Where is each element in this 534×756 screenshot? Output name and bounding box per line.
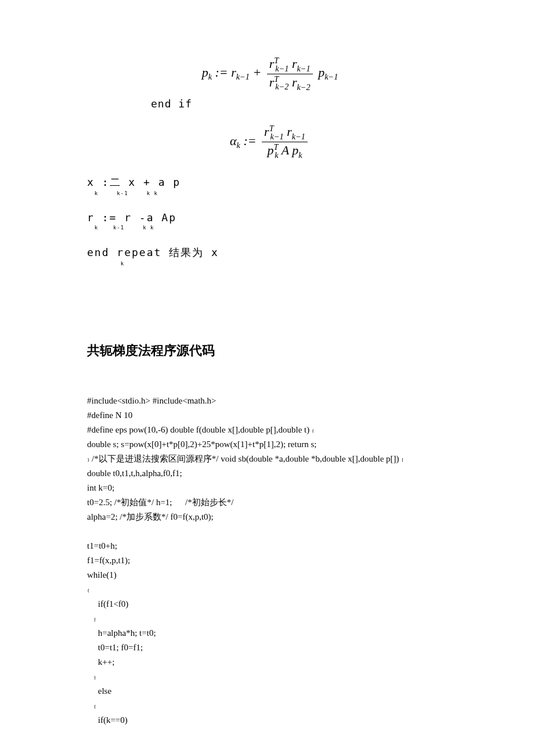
code-line: }: [87, 675, 96, 681]
code-line: while(1): [87, 570, 117, 579]
code-line: {: [87, 588, 89, 593]
algo-line-r-sub: k k-1 k k: [87, 225, 453, 231]
code-line: t1=t0+h;: [87, 541, 117, 550]
code-line: } /*以下是进退法搜索区间源程序*/ void sb(double *a,do…: [87, 454, 404, 463]
formula-alpha-content: αk := rTk−1 rk−1 pTk A pk: [230, 134, 310, 148]
code-line: if(k==0): [87, 715, 128, 725]
algo-line-r: r := r -a Ap: [87, 211, 453, 224]
code-line: double s; s=pow(x[0]+t*p[0],2)+25*pow(x[…: [87, 440, 316, 449]
algo-line-x: x :二 x + a p: [87, 175, 453, 189]
algo-line-end-repeat-sub: k: [87, 261, 453, 267]
code-line: #define N 10: [87, 411, 132, 420]
formula-alpha: αk := rTk−1 rk−1 pTk A pk: [87, 124, 453, 160]
code-line: h=alpha*h; t=t0;: [87, 628, 156, 638]
section-title: 共轭梯度法程序源代码: [87, 342, 453, 359]
algo-line-end-repeat: end repeat 结果为 x: [87, 246, 453, 260]
code-line: double t0,t1,t,h,alpha,f0,f1;: [87, 469, 182, 478]
code-line: k++;: [87, 657, 114, 667]
code-line: if(f1<f0): [87, 599, 128, 609]
code-line: {: [87, 704, 96, 710]
code-line: alpha=2; /*加步系数*/ f0=f(x,p,t0);: [87, 512, 214, 521]
code-line: else: [87, 686, 111, 696]
formula-pk-content: pk := rk−1 + rTk−1 rk−1 rTk−2 rk−2 pk−1: [202, 65, 338, 80]
code-line: t0=t1; f0=f1;: [87, 643, 143, 652]
code-line: f1=f(x,p,t1);: [87, 556, 130, 565]
code-line: t0=2.5; /*初始值*/ h=1; /*初始步长*/: [87, 498, 233, 507]
code-line: {: [87, 617, 96, 622]
formula-pk: pk := rk−1 + rTk−1 rk−1 rTk−2 rk−2 pk−1: [87, 56, 453, 92]
code-line: #include<stdio.h> #include<math.h>: [87, 396, 217, 405]
code-line: #define eps pow(10,-6) double f(double x…: [87, 425, 314, 434]
source-code-block: #include<stdio.h> #include<math.h> #defi…: [87, 379, 453, 728]
algo-line-x-sub: k k-1 k k: [87, 190, 453, 196]
code-line: int k=0;: [87, 483, 114, 492]
end-if-label: end if: [151, 98, 453, 110]
